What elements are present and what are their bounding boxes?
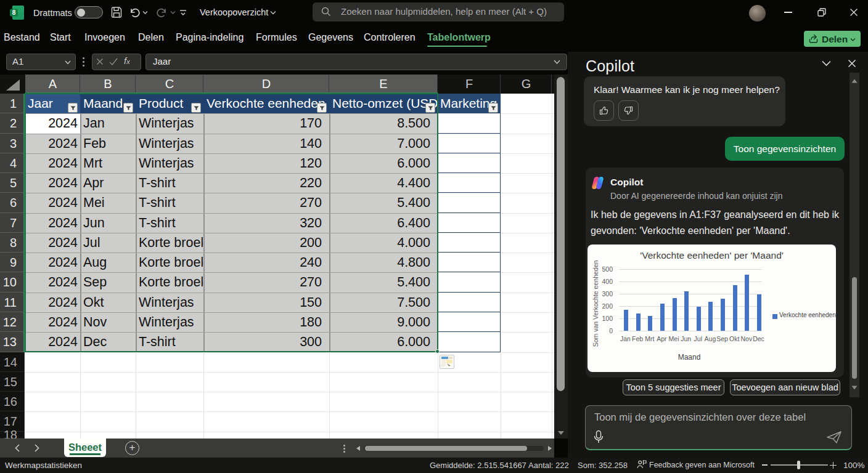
svg-text:8: 8 — [12, 9, 16, 16]
